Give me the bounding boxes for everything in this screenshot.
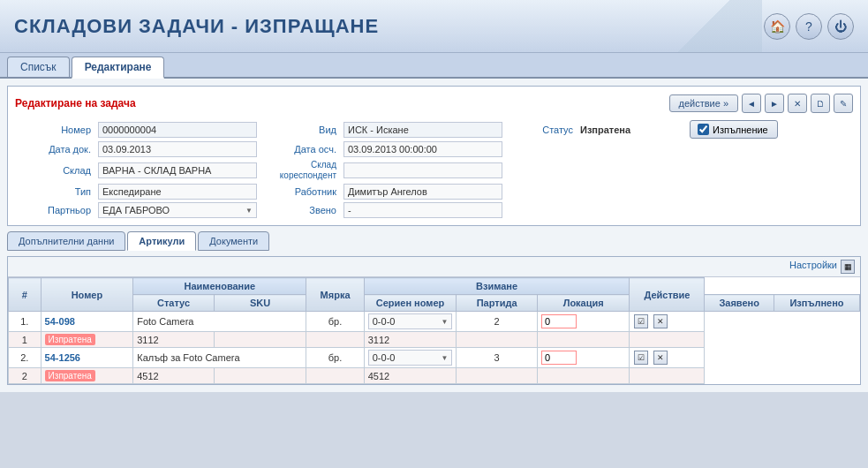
row1-lokaciya: 0-0-0 ▼	[364, 312, 457, 332]
row1-actions: ☑ ✕	[630, 312, 705, 332]
col-izplneno: Изпълнено	[774, 295, 859, 312]
data-osch-value[interactable]: 03.09.2013 00:00:00	[343, 141, 502, 157]
table-settings-icon[interactable]: ▦	[841, 260, 855, 274]
sklad-value[interactable]: ВАРНА - СКЛАД ВАРНА	[98, 162, 257, 178]
col-marka: Мярка	[306, 278, 364, 312]
row1-izplneno[interactable]	[537, 312, 630, 332]
table-section: Настройки ▦ # Номер Наименование Мярка В…	[7, 256, 861, 385]
header-icons: 🏠 ? ⏻	[764, 13, 854, 40]
row2-lokaciya-sub	[457, 368, 538, 384]
sub-tab-documents[interactable]: Документи	[198, 231, 269, 251]
vid-value: ИСК - Искане	[343, 122, 502, 138]
power-icon-btn[interactable]: ⏻	[827, 13, 854, 40]
sklad-korespondent-label: Склад кореспондент	[260, 160, 340, 181]
row2-naimenovanie: Калъф за Foto Camera	[133, 348, 306, 368]
row2-sku: 4512	[133, 368, 215, 384]
sklad-label: Склад	[15, 165, 94, 176]
row1-num: 1.	[9, 312, 42, 332]
row2-status-badge: Изпратена	[45, 370, 95, 381]
row2-seriyen	[214, 368, 306, 384]
row1-check-icon[interactable]: ☑	[634, 314, 648, 328]
row1-delete-icon[interactable]: ✕	[653, 314, 668, 328]
home-icon-btn[interactable]: 🏠	[764, 13, 790, 40]
col-hash: #	[9, 278, 42, 312]
row1-izplneno-input[interactable]	[541, 314, 577, 328]
partner-value[interactable]: ЕДА ГАБРОВО ▼	[98, 202, 257, 218]
row1-marka-sub	[306, 332, 364, 348]
sub-tab-articles[interactable]: Артикули	[127, 231, 196, 251]
row1-sku: 3112	[133, 332, 215, 348]
row1-lokaciya-dropdown[interactable]: 0-0-0 ▼	[368, 313, 453, 329]
col-vzimane: Взимане	[364, 278, 630, 295]
tip-value[interactable]: Експедиране	[98, 184, 257, 200]
row1-actions-sub	[630, 332, 705, 348]
row1-marka: бр.	[306, 312, 364, 332]
row2-lokaciya-dropdown[interactable]: 0-0-0 ▼	[368, 350, 453, 366]
row2-actions-sub	[630, 368, 705, 384]
action-button[interactable]: действие »	[669, 94, 739, 112]
row1-nomer: 54-098	[41, 312, 133, 332]
row2-partida: 4512	[364, 368, 457, 384]
col-sku: SKU	[214, 295, 306, 312]
col-lokaciya: Локация	[537, 295, 630, 312]
header-decoration	[674, 0, 762, 52]
form-fields: Номер 0000000004 Вид ИСК - Искане Статус…	[15, 120, 853, 218]
sub-tab-additional[interactable]: Допълнителни данни	[7, 231, 125, 251]
col-zayaveno: Заявено	[705, 295, 774, 312]
nomer-value: 0000000004	[98, 122, 257, 138]
main-content: Редактиране на задача действие » ◄ ► ✕ 🗋…	[0, 79, 868, 392]
rabotnik-value[interactable]: Димитър Ангелов	[343, 184, 502, 200]
row2-actions: ☑ ✕	[630, 348, 705, 368]
table-subrow: 1 Изпратена 3112 3112	[9, 332, 860, 348]
help-icon-btn[interactable]: ?	[796, 13, 822, 40]
table-subrow: 2 Изпратена 4512 4512	[9, 368, 860, 384]
form-section: Редактиране на задача действие » ◄ ► ✕ 🗋…	[7, 86, 861, 226]
nomer-label: Номер	[15, 125, 94, 135]
status-label: Статус	[506, 125, 577, 135]
row2-delete-icon[interactable]: ✕	[653, 351, 668, 365]
partner-label: Партньор	[15, 205, 94, 215]
items-table: # Номер Наименование Мярка Взимане Дейст…	[8, 277, 860, 384]
row2-sub-status: Изпратена	[41, 368, 133, 384]
nastroyki-label[interactable]: Настройки	[789, 260, 837, 274]
row1-naimenovanie: Foto Camera	[133, 312, 306, 332]
vid-label: Вид	[260, 125, 340, 135]
nav-close-btn[interactable]: ✕	[788, 94, 807, 113]
zveno-label: Звено	[260, 205, 340, 215]
data-osch-label: Дата осч.	[260, 144, 340, 155]
nav-new-btn[interactable]: 🗋	[811, 94, 830, 113]
izplnenie-checkbox[interactable]	[698, 124, 709, 135]
row2-marka-sub	[306, 368, 364, 384]
row1-zayaveno: 2	[457, 312, 538, 332]
col-naimenovanie: Наименование	[133, 278, 306, 295]
row2-marka: бр.	[306, 348, 364, 368]
nav-edit-btn[interactable]: ✎	[834, 94, 853, 113]
row2-izplneno-input[interactable]	[541, 351, 577, 365]
sub-tabs: Допълнителни данни Артикули Документи	[7, 231, 861, 251]
row1-partida: 3112	[364, 332, 457, 348]
zveno-value[interactable]: -	[343, 202, 502, 218]
col-nomer: Номер	[41, 278, 133, 312]
tab-edit[interactable]: Редактиране	[72, 57, 165, 79]
row1-sub-status: Изпратена	[41, 332, 133, 348]
table-toolbar: Настройки ▦	[8, 257, 860, 277]
row2-nomer: 54-1256	[41, 348, 133, 368]
nav-prev-btn[interactable]: ◄	[742, 94, 761, 113]
app-header: СКЛАДОВИ ЗАДАЧИ - ИЗПРАЩАНЕ 🏠 ? ⏻	[0, 0, 868, 53]
sklad-korespondent-value[interactable]	[343, 162, 502, 178]
tab-list[interactable]: Списък	[7, 57, 70, 77]
row2-izplneno[interactable]	[537, 348, 630, 368]
izplnenie-button[interactable]: Изпълнение	[690, 120, 778, 139]
row2-zayaveno-sub	[537, 368, 630, 384]
table-row: 1. 54-098 Foto Camera бр. 0-0-0 ▼ 2	[9, 312, 860, 332]
table-row: 2. 54-1256 Калъф за Foto Camera бр. 0-0-…	[9, 348, 860, 368]
row1-sub-num: 1	[9, 332, 42, 348]
row2-sub-num: 2	[9, 368, 42, 384]
nav-next-btn[interactable]: ►	[765, 94, 784, 113]
row1-lokaciya-sub	[457, 332, 538, 348]
data-dok-value[interactable]: 03.09.2013	[98, 141, 257, 157]
row2-check-icon[interactable]: ☑	[634, 351, 648, 365]
status-value: Изпратена	[580, 125, 686, 135]
row1-zayaveno-sub	[537, 332, 630, 348]
izplnenie-label: Изпълнение	[713, 125, 768, 135]
